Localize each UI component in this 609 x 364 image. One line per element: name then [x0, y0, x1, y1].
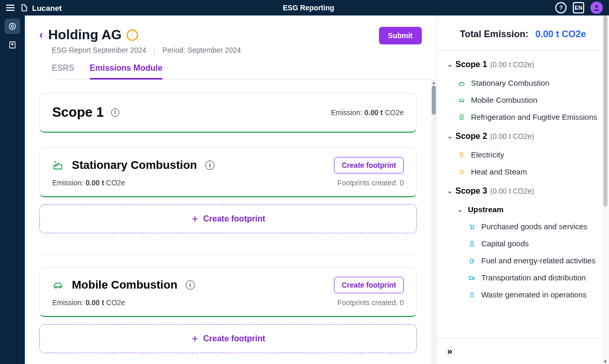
tree-item-waste[interactable]: Waste generated in operations	[447, 286, 606, 303]
tree-item-refrigeration[interactable]: Refrigeration and Fugitive Emissions	[447, 108, 606, 125]
page-title: Holding AG	[48, 27, 121, 43]
content-scroll[interactable]: Scope 1 i Emission: 0.00 t CO2e	[39, 80, 431, 364]
tree-scope-1[interactable]: ⌄ Scope 1 (0.00 t CO2e)	[447, 60, 606, 69]
svg-point-5	[460, 101, 461, 102]
tree-scope-2[interactable]: ⌄ Scope 2 (0.00 t CO2e)	[447, 132, 606, 141]
factory-icon	[458, 79, 466, 87]
create-footprint-dashed[interactable]: Create footprint	[39, 204, 417, 233]
stationary-footprint-count: Footprints created: 0	[338, 179, 404, 187]
scope-1-emission: Emission: 0.00 t CO2e	[331, 108, 404, 117]
svg-rect-11	[470, 259, 473, 263]
back-chevron-icon[interactable]: ‹	[39, 28, 43, 42]
tree-item-stationary[interactable]: Stationary Combustion	[447, 74, 606, 91]
topbar: Lucanet ESG Reporting ? EN	[0, 0, 609, 15]
main-panel: ‹ Holding AG ESG Report September 2024 |…	[25, 15, 609, 364]
svg-point-10	[473, 228, 474, 229]
tree-item-electricity[interactable]: Electricity	[447, 146, 606, 163]
create-footprint-button[interactable]: Create footprint	[334, 157, 404, 173]
mobile-footprint-count: Footprints created: 0	[338, 298, 404, 307]
tree-item-upstream[interactable]: ⌄ Upstream	[447, 201, 606, 218]
tab-esrs[interactable]: ESRS	[52, 64, 74, 80]
sidebar-header: Total Emission: 0.00 t CO2e	[437, 15, 609, 51]
period-label: Period: September 2024	[162, 46, 241, 54]
refrigeration-icon	[458, 113, 466, 121]
scope-1-title: Scope 1	[52, 104, 104, 120]
trash-icon	[468, 291, 476, 299]
sidebar-tree[interactable]: ⌄ Scope 1 (0.00 t CO2e) Stationary Combu…	[437, 51, 609, 338]
stationary-emission: Emission: 0.00 t CO2e	[52, 179, 125, 187]
svg-point-8	[460, 152, 463, 155]
tree-item-fuel-energy[interactable]: Fuel and energy-related activities	[447, 252, 606, 269]
divider	[39, 254, 417, 255]
brand-name: Lucanet	[32, 4, 62, 12]
chevron-down-icon: ⌄	[447, 187, 452, 195]
create-footprint-dashed[interactable]: Create footprint	[39, 324, 417, 353]
svg-point-4	[59, 287, 60, 288]
heat-icon	[458, 168, 466, 176]
stationary-title: Stationary Combustion	[72, 159, 197, 172]
info-icon[interactable]: i	[111, 108, 119, 117]
stationary-combustion-card: Stationary Combustion i Create footprint…	[39, 147, 417, 197]
create-footprint-button[interactable]: Create footprint	[334, 277, 404, 293]
nav-rail	[0, 15, 25, 364]
tree-item-mobile[interactable]: Mobile Combustion	[447, 91, 606, 108]
svg-point-14	[473, 279, 474, 280]
svg-point-6	[463, 101, 463, 102]
chevron-down-icon: ⌄	[447, 61, 452, 68]
nav-item-esg[interactable]	[5, 19, 20, 34]
tabs: ESRS Emissions Module	[52, 64, 436, 80]
tree-scope-3[interactable]: ⌄ Scope 3 (0.00 t CO2e)	[447, 186, 606, 196]
chevron-down-icon: ⌄	[447, 133, 452, 140]
truck-icon	[468, 274, 476, 282]
info-icon[interactable]: i	[186, 280, 195, 290]
tree-item-capital-goods[interactable]: Capital goods	[447, 235, 606, 252]
svg-point-0	[596, 5, 598, 8]
subtitle: ESG Report September 2024 | Period: Sept…	[52, 46, 241, 54]
fuel-icon	[468, 257, 476, 265]
submit-button[interactable]: Submit	[379, 27, 422, 44]
svg-point-9	[471, 228, 472, 229]
cart-icon	[468, 223, 476, 231]
tree-item-heat[interactable]: Heat and Steam	[447, 163, 606, 180]
help-icon[interactable]: ?	[555, 2, 567, 13]
info-icon[interactable]: i	[205, 161, 215, 170]
sidebar-footer: »	[437, 338, 609, 364]
language-switcher[interactable]: EN	[573, 2, 584, 13]
user-avatar[interactable]	[590, 2, 603, 14]
svg-point-13	[470, 279, 471, 280]
tree-item-transport[interactable]: Transportation and distribution	[447, 269, 606, 286]
scope-1-card[interactable]: Scope 1 i Emission: 0.00 t CO2e	[39, 92, 417, 133]
menu-toggle-icon[interactable]	[6, 5, 14, 11]
mobile-combustion-card: Mobile Combustion i Create footprint Emi…	[39, 267, 417, 317]
factory-icon	[52, 160, 64, 171]
content-scrollbar[interactable]: ▲	[431, 80, 436, 364]
svg-point-1	[9, 23, 16, 29]
tree-item-purchased-goods[interactable]: Purchased goods and services	[447, 218, 606, 235]
app-title: ESG Reporting	[62, 4, 555, 12]
report-name: ESG Report September 2024	[52, 46, 146, 54]
mobile-title: Mobile Combustion	[72, 278, 177, 292]
total-emission-label: Total Emission:	[460, 29, 528, 39]
svg-rect-12	[469, 276, 473, 279]
nav-item-export[interactable]	[5, 37, 20, 53]
total-emission-value: 0.00 t CO2e	[535, 29, 586, 39]
page-scrollbar[interactable]: ▲ ▼	[602, 15, 609, 364]
car-icon	[458, 96, 466, 104]
svg-point-3	[55, 287, 57, 288]
chevron-down-icon: ⌄	[458, 206, 463, 213]
emissions-sidebar: Total Emission: 0.00 t CO2e ⌄ Scope 1 (0…	[436, 15, 609, 364]
lightbulb-icon	[458, 151, 466, 159]
tab-emissions-module[interactable]: Emissions Module	[90, 64, 162, 80]
mobile-emission: Emission: 0.00 t CO2e	[52, 298, 125, 307]
brand-logo[interactable]: Lucanet	[20, 3, 62, 12]
clock-icon[interactable]	[127, 29, 138, 41]
logo-icon	[20, 3, 29, 12]
car-icon	[52, 279, 64, 291]
expand-icon[interactable]: »	[447, 346, 450, 356]
capital-icon	[468, 240, 476, 248]
